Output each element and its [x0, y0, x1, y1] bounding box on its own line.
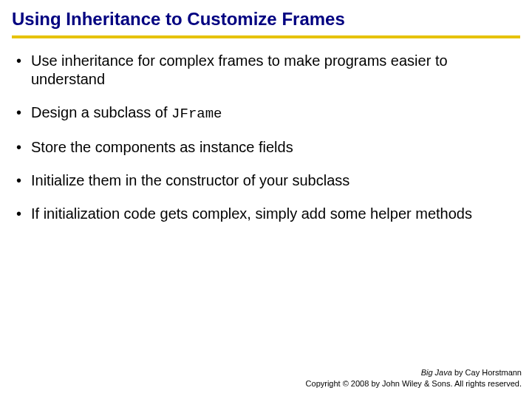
bullet-text: Use inheritance for complex frames to ma… [31, 52, 448, 87]
bullet-item: Design a subclass of JFrame [16, 103, 520, 123]
footer-copyright: Copyright © 2008 by John Wiley & Sons. A… [306, 378, 522, 389]
bullet-text: Store the components as instance fields [31, 139, 293, 155]
slide-title: Using Inheritance to Customize Frames [12, 9, 520, 34]
bullet-item: Use inheritance for complex frames to ma… [16, 52, 520, 89]
book-title: Big Java [421, 368, 452, 377]
bullet-list: Use inheritance for complex frames to ma… [12, 52, 520, 223]
footer-line-1: Big Java by Cay Horstmann [306, 367, 522, 378]
bullet-text: Design a subclass of [31, 104, 171, 120]
bullet-item: Store the components as instance fields [16, 138, 520, 157]
code-text: JFrame [171, 106, 222, 122]
bullet-text: If initialization code gets complex, sim… [31, 205, 472, 222]
byline: by Cay Horstmann [452, 368, 522, 377]
bullet-text: Initialize them in the constructor of yo… [31, 172, 349, 188]
slide: Using Inheritance to Customize Frames Us… [0, 0, 532, 399]
title-underline [12, 35, 520, 38]
bullet-item: If initialization code gets complex, sim… [16, 205, 520, 223]
bullet-item: Initialize them in the constructor of yo… [16, 171, 520, 190]
footer: Big Java by Cay Horstmann Copyright © 20… [306, 367, 522, 389]
